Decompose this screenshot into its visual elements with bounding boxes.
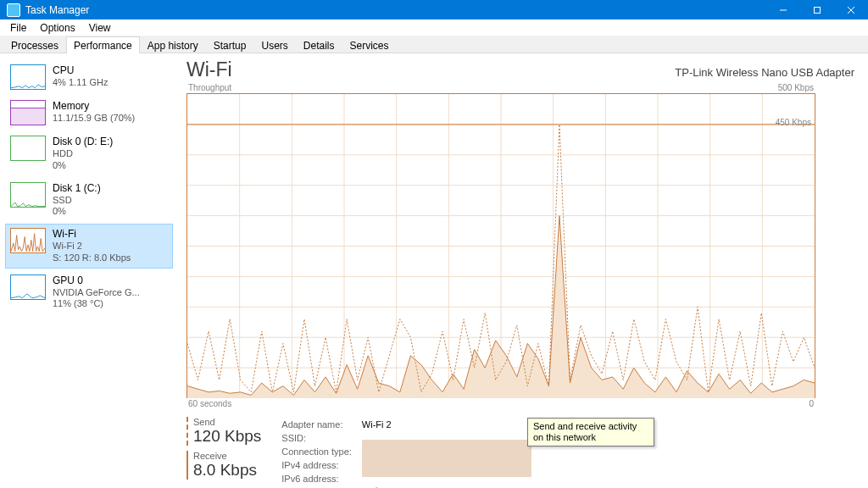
- tabstrip: Processes Performance App history Startu…: [0, 36, 868, 53]
- close-button[interactable]: [834, 0, 868, 19]
- page-title: Wi-Fi: [186, 58, 232, 81]
- window-title: Task Manager: [25, 4, 766, 16]
- sidebar-item-disk1[interactable]: Disk 1 (C:)SSD0%: [5, 178, 173, 223]
- tab-performance[interactable]: Performance: [66, 36, 140, 53]
- send-value: 120 Kbps: [193, 427, 261, 446]
- tab-details[interactable]: Details: [296, 36, 342, 53]
- throughput-chart[interactable]: 450 Kbps: [186, 93, 815, 398]
- sidebar: CPU4% 1.11 GHz Memory11.1/15.9 GB (70%) …: [0, 53, 178, 488]
- tab-users[interactable]: Users: [253, 36, 295, 53]
- receive-label: Receive: [193, 451, 261, 461]
- svg-rect-1: [815, 7, 821, 13]
- menubar: File Options View: [0, 19, 868, 36]
- sidebar-item-label: Wi-Fi: [53, 228, 168, 241]
- tab-app-history[interactable]: App history: [140, 36, 206, 53]
- chart-tooltip: Send and receive activity on this networ…: [527, 418, 654, 446]
- axis-time-left: 60 seconds: [188, 399, 231, 408]
- capacity-label: 450 Kbps: [776, 118, 811, 127]
- adapter-name: TP-Link Wireless Nano USB Adapter: [675, 66, 854, 79]
- menu-options[interactable]: Options: [33, 20, 81, 36]
- minimize-button[interactable]: [766, 0, 800, 19]
- menu-file[interactable]: File: [3, 20, 33, 36]
- titlebar[interactable]: Task Manager: [0, 0, 868, 19]
- maximize-button[interactable]: [800, 0, 834, 19]
- sidebar-item-label: Memory: [53, 100, 168, 113]
- tab-startup[interactable]: Startup: [206, 36, 254, 53]
- axis-label-max: 500 Kbps: [778, 83, 814, 92]
- redacted-block: [362, 440, 531, 477]
- sidebar-item-wifi[interactable]: Wi-FiWi-Fi 2S: 120 R: 8.0 Kbps: [5, 224, 173, 269]
- main-panel: Wi-Fi TP-Link Wireless Nano USB Adapter …: [178, 53, 868, 488]
- detail-adapter-name: Wi-Fi 2: [362, 419, 540, 430]
- sidebar-item-memory[interactable]: Memory11.1/15.9 GB (70%): [5, 96, 173, 130]
- svg-rect-4: [11, 108, 45, 125]
- app-icon: [7, 3, 20, 17]
- sidebar-item-label: Disk 0 (D: E:): [53, 136, 168, 148]
- axis-time-right: 0: [809, 399, 814, 408]
- sidebar-item-cpu[interactable]: CPU4% 1.11 GHz: [5, 60, 173, 94]
- receive-value: 8.0 Kbps: [193, 461, 261, 480]
- sidebar-item-label: Disk 1 (C:): [53, 182, 168, 195]
- connection-details: Adapter name:Wi-Fi 2 SSID: Connection ty…: [280, 417, 542, 488]
- sidebar-item-disk0[interactable]: Disk 0 (D: E:)HDD0%: [5, 131, 173, 176]
- sidebar-item-label: CPU: [53, 64, 168, 77]
- tab-services[interactable]: Services: [342, 36, 397, 53]
- menu-view[interactable]: View: [82, 20, 118, 36]
- sidebar-item-gpu0[interactable]: GPU 0NVIDIA GeForce G...11% (38 °C): [5, 270, 173, 315]
- tab-processes[interactable]: Processes: [3, 36, 66, 53]
- sidebar-item-label: GPU 0: [53, 274, 168, 287]
- send-label: Send: [193, 417, 261, 427]
- axis-label-throughput: Throughput: [188, 83, 231, 92]
